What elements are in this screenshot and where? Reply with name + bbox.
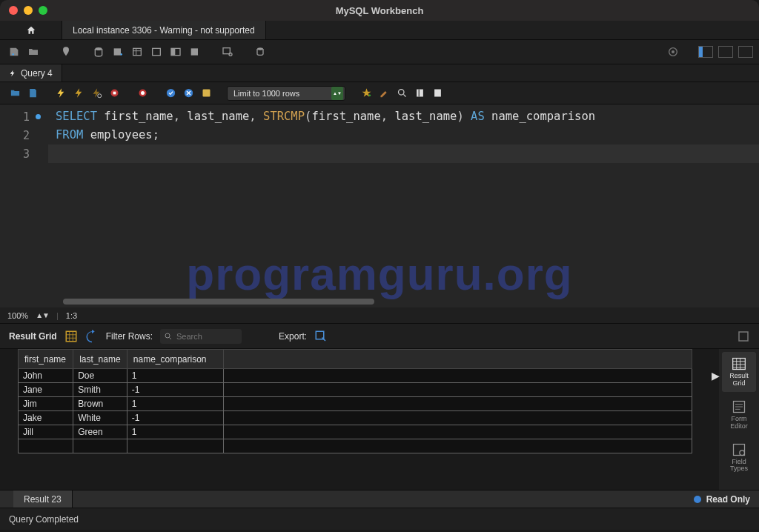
- grid-icon: [731, 356, 747, 371]
- col-first-name[interactable]: first_name: [19, 350, 73, 369]
- editor-scrollbar[interactable]: [63, 299, 374, 305]
- result-tab[interactable]: Result 23: [13, 491, 73, 508]
- svg-point-11: [672, 50, 675, 53]
- export-label: Export:: [279, 331, 307, 342]
- rollback-icon[interactable]: [181, 86, 196, 101]
- refresh-icon[interactable]: [85, 330, 99, 343]
- settings-gear-icon[interactable]: [665, 44, 681, 60]
- inspector-icon[interactable]: [58, 44, 74, 60]
- table-row[interactable]: JaneSmith-1: [19, 383, 692, 397]
- svg-rect-5: [171, 48, 175, 55]
- panel-bottom-toggle[interactable]: [718, 46, 733, 58]
- find-icon[interactable]: [394, 86, 409, 101]
- explain-icon[interactable]: [89, 86, 104, 101]
- titlebar: MySQL Workbench: [0, 0, 759, 21]
- svg-point-17: [166, 89, 174, 97]
- svg-point-20: [398, 90, 404, 96]
- sql-editor[interactable]: 1 2 3 SELECT first_name, last_name, STRC…: [0, 104, 759, 307]
- save-file-icon[interactable]: [25, 86, 40, 101]
- search-icon: [164, 332, 173, 341]
- wrap-cell-icon[interactable]: [737, 330, 750, 343]
- svg-point-16: [141, 91, 145, 95]
- no-limit-icon[interactable]: [135, 86, 150, 101]
- results-panel: first_name last_name name_comparison Joh…: [0, 349, 759, 490]
- para-icon[interactable]: [412, 86, 427, 101]
- side-tab-form-editor[interactable]: Form Editor: [722, 395, 756, 435]
- autocommit-icon[interactable]: [199, 86, 213, 101]
- commit-icon[interactable]: [163, 86, 178, 101]
- svg-point-12: [97, 94, 101, 98]
- search-table-icon[interactable]: [219, 44, 236, 60]
- svg-point-0: [95, 47, 102, 50]
- connection-tab[interactable]: Local instance 3306 - Warning - not supp…: [62, 21, 266, 39]
- wrap-icon[interactable]: [430, 86, 445, 101]
- panel-left-toggle[interactable]: [698, 46, 713, 58]
- svg-rect-23: [66, 331, 76, 342]
- export-icon[interactable]: [314, 330, 328, 343]
- func-icon[interactable]: [187, 44, 203, 60]
- side-tab-result-grid[interactable]: Result Grid: [722, 352, 756, 392]
- fieldtype-icon: [731, 442, 747, 457]
- svg-rect-21: [417, 90, 423, 97]
- editor-gutter: 1 2 3: [0, 104, 48, 307]
- col-last-name[interactable]: last_name: [73, 350, 127, 369]
- beautify-icon[interactable]: [377, 86, 391, 101]
- svg-rect-29: [734, 444, 745, 455]
- info-icon: [693, 495, 702, 504]
- minimize-button[interactable]: [24, 6, 33, 15]
- svg-point-30: [740, 450, 745, 455]
- col-name-comparison[interactable]: name_comparison: [127, 350, 223, 369]
- execute-icon[interactable]: [53, 86, 68, 101]
- open-sql-file-icon[interactable]: [25, 44, 42, 60]
- table-row[interactable]: JillGreen1: [19, 425, 692, 439]
- editor-statusbar: 100% ▲▼ | 1:3: [0, 307, 759, 324]
- new-sql-tab-icon[interactable]: [6, 44, 22, 60]
- svg-rect-6: [191, 48, 198, 55]
- svg-point-9: [257, 47, 263, 50]
- home-icon: [25, 25, 37, 36]
- bolt-icon: [9, 68, 16, 79]
- query-tab-label: Query 4: [21, 68, 53, 79]
- result-grid-label: Result Grid: [9, 331, 57, 342]
- status-text: Query Completed: [9, 514, 79, 525]
- db-add-icon[interactable]: [110, 44, 126, 60]
- query-tab[interactable]: Query 4: [0, 64, 62, 82]
- col-empty: [224, 350, 692, 369]
- table-row[interactable]: JohnDoe1: [19, 369, 692, 383]
- table-row[interactable]: [19, 439, 692, 453]
- svg-rect-22: [434, 90, 441, 97]
- form-icon: [731, 399, 747, 414]
- side-arrow-icon[interactable]: ▶: [712, 370, 720, 382]
- row-limit-select[interactable]: Limit to 1000 rows ▲▼: [227, 86, 345, 101]
- row-limit-label: Limit to 1000 rows: [233, 89, 299, 98]
- editor-code[interactable]: SELECT first_name, last_name, STRCMP(fir…: [48, 104, 759, 307]
- close-button[interactable]: [9, 6, 18, 15]
- open-file-icon[interactable]: [7, 86, 22, 101]
- svg-rect-1: [114, 48, 121, 55]
- result-grid[interactable]: first_name last_name name_comparison Joh…: [0, 349, 719, 490]
- grid-view-icon[interactable]: [64, 330, 78, 343]
- home-tab[interactable]: [0, 21, 62, 39]
- maximize-button[interactable]: [39, 6, 47, 15]
- db-icon[interactable]: [90, 44, 107, 60]
- svg-rect-14: [113, 92, 116, 95]
- side-tab-field-types[interactable]: Field Types: [722, 438, 756, 478]
- zoom-level[interactable]: 100%: [7, 311, 28, 320]
- execute-current-icon[interactable]: [71, 86, 86, 101]
- panel-right-toggle[interactable]: [738, 46, 753, 58]
- stop-icon[interactable]: [107, 86, 122, 101]
- table-icon[interactable]: [129, 44, 145, 60]
- table-row[interactable]: JakeWhite-1: [19, 411, 692, 425]
- proc-icon[interactable]: [168, 44, 184, 60]
- svg-rect-19: [202, 90, 210, 97]
- cursor-pos: 1:3: [66, 311, 77, 320]
- server-icon[interactable]: [252, 44, 268, 60]
- star-icon[interactable]: [359, 86, 374, 101]
- svg-rect-2: [133, 48, 142, 55]
- view-icon[interactable]: [148, 44, 165, 60]
- query-tabbar: Query 4: [0, 64, 759, 82]
- zoom-arrows[interactable]: ▲▼: [36, 311, 49, 319]
- connection-tab-label: Local instance 3306 - Warning - not supp…: [73, 25, 255, 36]
- svg-point-24: [165, 333, 170, 338]
- table-row[interactable]: JimBrown1: [19, 397, 692, 411]
